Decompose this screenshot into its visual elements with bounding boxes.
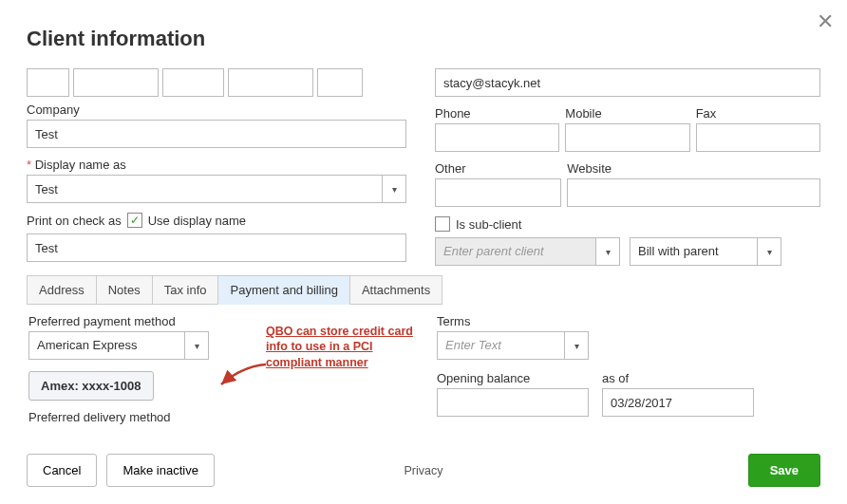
tab-payment-billing[interactable]: Payment and billing [217, 275, 349, 305]
tab-notes[interactable]: Notes [96, 275, 153, 305]
use-display-name-checkbox[interactable]: ✓ [127, 213, 142, 228]
chevron-down-icon[interactable]: ▾ [564, 331, 589, 360]
phone-label: Phone [435, 106, 559, 121]
chevron-down-icon[interactable]: ▾ [184, 331, 209, 360]
mobile-label: Mobile [565, 106, 689, 121]
suffix-input[interactable] [317, 68, 363, 97]
save-button[interactable]: Save [748, 454, 820, 487]
as-of-input[interactable] [602, 388, 754, 417]
parent-client-select[interactable]: Enter parent client ▾ [435, 237, 620, 266]
sub-client-checkbox[interactable]: ✓ [435, 216, 450, 232]
bill-with-value: Bill with parent [630, 237, 757, 266]
preferred-payment-method-select[interactable]: American Express ▾ [28, 331, 209, 360]
chevron-down-icon[interactable]: ▾ [382, 175, 406, 203]
other-label: Other [435, 161, 561, 176]
website-input[interactable] [567, 178, 820, 207]
as-of-label: as of [602, 371, 754, 385]
dialog-title: Client information [27, 27, 820, 51]
name-parts-row [27, 68, 406, 97]
company-label: Company [27, 103, 406, 117]
chevron-down-icon[interactable]: ▾ [757, 237, 781, 266]
middle-name-input[interactable] [162, 68, 224, 97]
preferred-delivery-method-label: Preferred delivery method [28, 410, 408, 424]
display-name-select[interactable]: ▾ [27, 175, 406, 203]
phone-input[interactable] [435, 123, 559, 152]
tab-tax-info[interactable]: Tax info [152, 275, 219, 305]
tabs-bar: Address Notes Tax info Payment and billi… [27, 275, 820, 305]
stored-card-button[interactable]: Amex: xxxx-1008 [28, 371, 154, 401]
print-on-check-label: Print on check as [27, 214, 122, 228]
title-input[interactable] [27, 68, 69, 97]
annotation-arrow-icon [214, 362, 271, 390]
first-name-input[interactable] [73, 68, 159, 97]
tab-address[interactable]: Address [27, 275, 97, 305]
email-input[interactable] [435, 68, 820, 97]
use-display-name-label: Use display name [148, 214, 246, 228]
bill-with-select[interactable]: Bill with parent ▾ [630, 237, 781, 266]
terms-placeholder: Enter Text [437, 331, 564, 360]
opening-balance-label: Opening balance [437, 371, 589, 385]
annotation-text: QBO can store credit card info to use in… [266, 324, 437, 370]
other-input[interactable] [435, 178, 561, 207]
parent-client-placeholder: Enter parent client [435, 237, 595, 266]
make-inactive-button[interactable]: Make inactive [106, 454, 214, 487]
mobile-input[interactable] [565, 123, 689, 152]
display-name-input[interactable] [27, 175, 382, 203]
company-input[interactable] [27, 120, 406, 148]
cancel-button[interactable]: Cancel [27, 454, 97, 487]
preferred-payment-method-value: American Express [28, 331, 184, 360]
privacy-link[interactable]: Privacy [405, 464, 443, 477]
opening-balance-input[interactable] [437, 388, 589, 417]
last-name-input[interactable] [228, 68, 313, 97]
dialog-footer: Cancel Make inactive Privacy Save [0, 454, 847, 487]
fax-label: Fax [696, 106, 820, 121]
sub-client-label: Is sub-client [456, 217, 521, 232]
terms-label: Terms [437, 314, 819, 328]
tab-attachments[interactable]: Attachments [349, 275, 442, 305]
client-info-dialog: ✕ Client information Company Display nam… [0, 0, 847, 427]
print-on-check-input [27, 233, 406, 262]
chevron-down-icon[interactable]: ▾ [595, 237, 620, 266]
terms-select[interactable]: Enter Text ▾ [437, 331, 589, 360]
display-name-label: Display name as [27, 158, 406, 172]
close-icon[interactable]: ✕ [817, 9, 834, 34]
website-label: Website [567, 161, 820, 176]
fax-input[interactable] [696, 123, 820, 152]
